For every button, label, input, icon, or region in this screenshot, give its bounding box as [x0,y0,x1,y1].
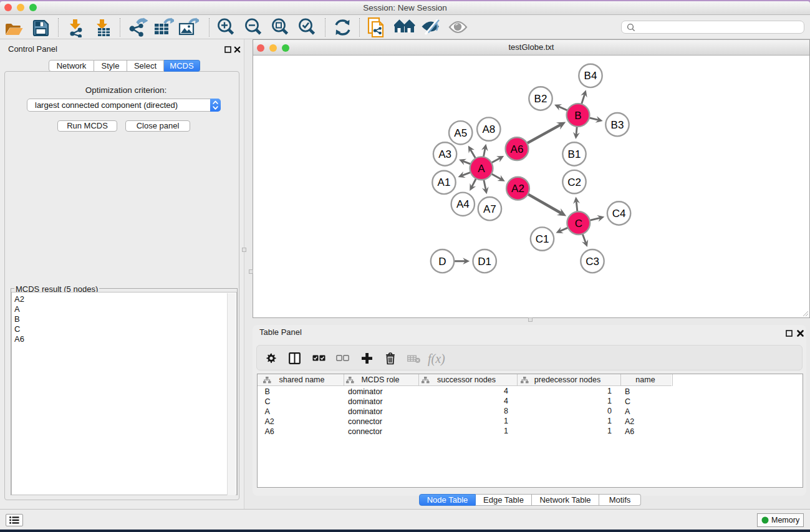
svg-text:A7: A7 [483,203,496,215]
svg-text:C: C [575,218,582,230]
svg-text:B3: B3 [611,119,624,131]
svg-text:A: A [478,163,485,175]
svg-text:D1: D1 [478,256,491,268]
svg-text:C4: C4 [612,208,626,220]
svg-text:A3: A3 [438,148,451,160]
svg-text:A1: A1 [438,177,451,188]
svg-text:A8: A8 [482,123,495,135]
svg-text:A4: A4 [456,198,470,210]
svg-text:C2: C2 [567,177,581,188]
svg-text:B4: B4 [584,70,597,82]
svg-text:A6: A6 [511,143,524,155]
svg-text:C3: C3 [586,256,599,268]
svg-text:B2: B2 [534,93,547,105]
svg-text:A5: A5 [454,127,467,139]
svg-text:D: D [438,256,446,268]
svg-text:B1: B1 [568,148,581,160]
svg-text:C1: C1 [536,233,549,245]
svg-text:B: B [574,110,581,122]
svg-text:A2: A2 [511,183,524,195]
